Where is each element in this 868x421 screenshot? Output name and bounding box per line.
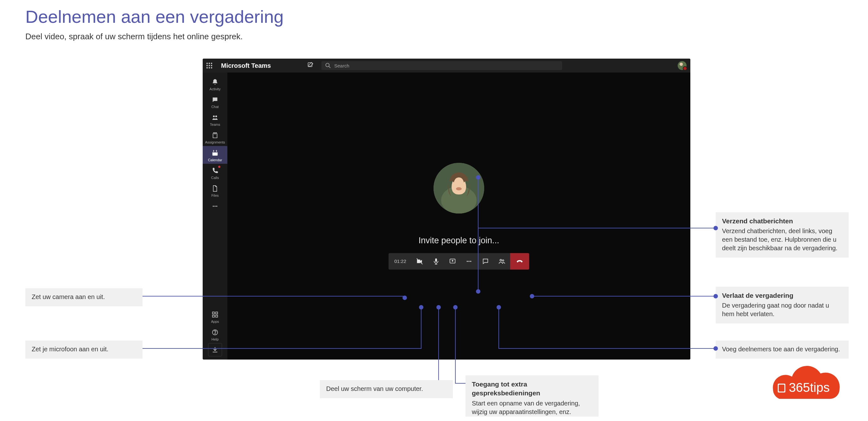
- sidebar-item-more[interactable]: [203, 199, 227, 212]
- svg-rect-11: [213, 315, 214, 317]
- share-screen-button[interactable]: [444, 253, 461, 270]
- svg-point-1: [326, 63, 329, 67]
- bell-icon: [211, 78, 219, 86]
- assignments-icon: [211, 131, 219, 139]
- teams-window: Microsoft Teams Search Activity: [203, 59, 690, 360]
- callout-chat: Verzend chatberichten Verzend chatberich…: [716, 212, 849, 258]
- callout-camera: Zet uw camera aan en uit.: [25, 288, 143, 306]
- teams-sidebar: Activity Chat Teams Assignments: [203, 72, 227, 360]
- show-participants-button[interactable]: [494, 253, 510, 270]
- waffle-icon[interactable]: [207, 63, 212, 68]
- svg-point-3: [215, 116, 217, 118]
- notification-badge: [218, 166, 220, 168]
- camera-button[interactable]: [411, 253, 428, 270]
- callout-more-actions: Toegang tot extra gespreksbedieningen St…: [466, 375, 598, 417]
- microphone-icon: [433, 258, 439, 265]
- app-name: Microsoft Teams: [221, 62, 271, 69]
- callout-participants: Voeg deelnemers toe aan de vergadering.: [716, 340, 849, 359]
- sidebar-item-calendar[interactable]: Calendar: [203, 146, 227, 164]
- ellipsis-icon: [466, 258, 472, 265]
- callout-microphone: Zet je microfoon aan en uit.: [25, 340, 143, 359]
- sidebar-item-assignments[interactable]: Assignments: [203, 128, 227, 146]
- callout-share: Deel uw scherm van uw computer.: [320, 380, 453, 398]
- svg-point-17: [456, 187, 462, 190]
- show-chat-button[interactable]: [477, 253, 494, 270]
- hang-up-button[interactable]: [510, 253, 529, 270]
- sidebar-item-teams[interactable]: Teams: [203, 111, 227, 128]
- page-subtitle: Deel video, spraak of uw scherm tijdens …: [25, 32, 243, 41]
- user-avatar[interactable]: [678, 61, 686, 70]
- sidebar-item-calls[interactable]: Calls: [203, 164, 227, 182]
- svg-rect-18: [435, 258, 437, 262]
- page-title: Deelnemen aan een vergadering: [25, 6, 284, 27]
- share-screen-icon: [449, 258, 456, 265]
- camera-off-icon: [416, 258, 423, 265]
- svg-point-7: [214, 206, 216, 207]
- svg-point-22: [470, 261, 471, 262]
- participant-avatar: [434, 163, 484, 213]
- people-icon: [498, 258, 505, 265]
- logo-365tips: 365tips: [760, 358, 843, 408]
- svg-point-20: [466, 261, 468, 262]
- svg-point-23: [500, 259, 502, 261]
- search-input[interactable]: Search: [321, 61, 562, 70]
- search-placeholder: Search: [334, 63, 349, 68]
- callout-leave: Verlaat de vergadering De vergadering ga…: [716, 287, 849, 324]
- svg-text:365tips: 365tips: [789, 381, 830, 394]
- svg-point-6: [213, 206, 214, 207]
- svg-point-2: [213, 116, 215, 118]
- invite-text: Invite people to join...: [418, 236, 499, 245]
- ellipsis-icon: [211, 203, 219, 210]
- search-icon: [324, 62, 332, 69]
- svg-rect-10: [216, 312, 218, 314]
- svg-point-8: [216, 206, 218, 207]
- sidebar-item-apps[interactable]: Apps: [203, 308, 227, 325]
- sidebar-item-activity[interactable]: Activity: [203, 75, 227, 93]
- chat-icon: [211, 96, 219, 103]
- meeting-toolbar: 01:22: [389, 253, 529, 270]
- hang-up-icon: [516, 258, 523, 265]
- chat-bubble-icon: [482, 258, 489, 265]
- svg-rect-5: [213, 151, 218, 153]
- calendar-icon: [211, 149, 219, 157]
- apps-icon: [211, 311, 219, 319]
- svg-point-21: [468, 261, 470, 262]
- teams-titlebar: Microsoft Teams Search: [203, 59, 690, 72]
- svg-rect-12: [216, 315, 218, 317]
- download-icon: [211, 346, 219, 354]
- meeting-stage: Invite people to join... 01:22: [227, 72, 690, 360]
- sidebar-item-help[interactable]: Help: [203, 325, 227, 343]
- sidebar-item-files[interactable]: Files: [203, 182, 227, 199]
- svg-rect-9: [213, 312, 214, 314]
- svg-rect-0: [308, 63, 312, 67]
- svg-point-24: [502, 260, 504, 261]
- sidebar-item-chat[interactable]: Chat: [203, 93, 227, 111]
- meeting-timer: 01:22: [389, 259, 411, 264]
- microphone-button[interactable]: [428, 253, 444, 270]
- svg-point-14: [215, 334, 215, 334]
- help-icon: [211, 329, 219, 336]
- teams-icon: [211, 114, 219, 121]
- sidebar-item-download[interactable]: [208, 343, 222, 356]
- more-actions-button[interactable]: [461, 253, 477, 270]
- svg-rect-27: [779, 385, 784, 392]
- files-icon: [211, 185, 219, 192]
- compose-icon[interactable]: [307, 61, 314, 70]
- phone-icon: [211, 167, 219, 175]
